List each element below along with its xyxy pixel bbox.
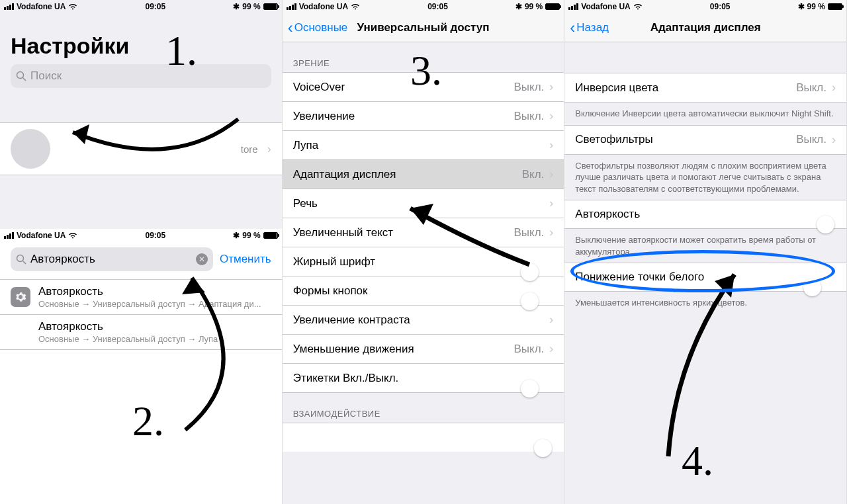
row-display-accommodations[interactable]: Адаптация дисплея Вкл. › [283, 160, 564, 189]
chevron-right-icon: › [549, 313, 553, 327]
chevron-right-icon: › [549, 109, 553, 123]
cancel-button[interactable]: Отменить [220, 253, 271, 266]
battery-icon [263, 232, 278, 239]
carrier-label: Vodafone UA [581, 2, 630, 11]
battery-pct: 99 % [242, 231, 260, 240]
chevron-left-icon: ‹ [570, 20, 575, 36]
chevron-right-icon: › [832, 81, 836, 95]
search-input[interactable] [30, 253, 196, 266]
search-icon [16, 254, 26, 265]
settings-home: Vodafone UA 09:05 ✱ 99 % Настройки [0, 0, 282, 229]
signal-icon [568, 3, 578, 10]
clock: 09:05 [146, 231, 166, 240]
chevron-right-icon: › [549, 342, 553, 356]
battery-pct: 99 % [525, 2, 543, 11]
navbar: ‹ Основные Универсальный доступ [283, 13, 564, 42]
row-larger-text[interactable]: Увеличенный текст Выкл. › [283, 218, 564, 247]
row-onoff-labels[interactable]: Этикетки Вкл./Выкл. [283, 364, 564, 393]
profile-tail: tore [60, 144, 258, 155]
row-invert-colors[interactable]: Инверсия цвета Выкл. › [564, 73, 846, 103]
back-button[interactable]: ‹ Назад [570, 13, 609, 42]
signal-icon [287, 3, 296, 10]
row-voiceover[interactable]: VoiceOver Выкл. › [283, 72, 564, 102]
battery-pct: 99 % [807, 2, 825, 11]
search-result[interactable]: Автояркость Основные → Универсальный дос… [0, 315, 282, 350]
row-reduce-white-point[interactable]: Понижение точки белого [564, 263, 846, 292]
footer-invert: Включение Инверсии цвета автоматически в… [564, 103, 846, 125]
back-button[interactable]: ‹ Основные [288, 13, 348, 42]
battery-icon [828, 3, 842, 10]
profile-row[interactable]: tore › [0, 122, 282, 175]
search-field-active[interactable]: ✕ [11, 247, 213, 271]
footer-filters: Светофильтры позволяют людям с плохим во… [564, 155, 846, 200]
chevron-right-icon: › [549, 80, 553, 94]
svg-point-2 [17, 255, 24, 262]
chevron-right-icon: › [549, 138, 553, 152]
row-reduce-motion[interactable]: Уменьшение движения Выкл. › [283, 335, 564, 364]
carrier-label: Vodafone UA [17, 231, 66, 240]
svg-line-3 [23, 261, 26, 265]
wifi-icon [68, 232, 77, 239]
panel-2: Vodafone UA 09:05 ✱ 99 % ‹ Основные Унив… [283, 0, 565, 504]
section-header-interaction: ВЗАИМОДЕЙСТВИЕ [283, 393, 564, 423]
row-color-filters[interactable]: Светофильтры Выкл. › [564, 125, 846, 155]
carrier-label: Vodafone UA [299, 2, 348, 11]
clock: 09:05 [427, 2, 448, 11]
navbar-title: Универсальный доступ [357, 21, 490, 34]
footer-white: Уменьшается интенсивность ярких цветов. [564, 292, 846, 314]
wifi-icon [351, 3, 360, 10]
svg-line-1 [23, 78, 26, 81]
chevron-right-icon: › [549, 196, 553, 210]
signal-icon [4, 232, 14, 239]
back-label: Назад [576, 21, 609, 34]
battery-pct: 99 % [242, 2, 260, 11]
result-path: Основные → Универсальный доступ → Лупа [38, 334, 218, 344]
status-bar: Vodafone UA 09:05 ✱ 99 % [564, 0, 846, 13]
status-bar: Vodafone UA 09:05 ✱ 99 % [0, 0, 282, 13]
search-icon [16, 71, 26, 81]
gear-icon [11, 287, 30, 307]
search-result[interactable]: Автояркость Основные → Универсальный дос… [0, 279, 282, 315]
bluetooth-icon: ✱ [233, 2, 240, 11]
result-title: Автояркость [38, 320, 218, 333]
search-field[interactable] [11, 64, 271, 88]
svg-point-0 [17, 72, 24, 79]
battery-icon [263, 3, 278, 10]
battery-icon [545, 3, 560, 10]
row-increase-contrast[interactable]: Увеличение контраста › [283, 306, 564, 335]
clock: 09:05 [710, 2, 731, 11]
row-magnifier[interactable]: Лупа › [283, 131, 564, 160]
row-zoom[interactable]: Увеличение Выкл. › [283, 102, 564, 131]
wifi-icon [68, 3, 77, 10]
avatar [11, 129, 50, 169]
chevron-right-icon: › [549, 226, 553, 239]
settings-search: Vodafone UA 09:05 ✱ 99 % ✕ Отменить [0, 229, 282, 504]
navbar: ‹ Назад Адаптация дисплея [564, 13, 846, 42]
carrier-label: Vodafone UA [17, 2, 66, 11]
row-auto-brightness[interactable]: Автояркость [564, 200, 846, 229]
row-interaction-first[interactable] [283, 423, 564, 452]
section-header-vision: ЗРЕНИЕ [283, 42, 564, 72]
row-button-shapes[interactable]: Формы кнопок [283, 276, 564, 306]
bluetooth-icon: ✱ [798, 2, 805, 11]
status-bar: Vodafone UA 09:05 ✱ 99 % [0, 229, 282, 242]
footer-auto: Выключение автояркости может сократить в… [564, 229, 846, 263]
page-title: Настройки [0, 13, 282, 64]
chevron-right-icon: › [832, 133, 836, 147]
chevron-left-icon: ‹ [288, 20, 293, 36]
panel-3: Vodafone UA 09:05 ✱ 99 % ‹ Назад Адаптац… [564, 0, 847, 504]
clear-icon[interactable]: ✕ [196, 253, 208, 265]
clock: 09:05 [146, 2, 166, 11]
chevron-right-icon: › [549, 167, 553, 181]
panel-1: Vodafone UA 09:05 ✱ 99 % Настройки [0, 0, 283, 504]
search-input[interactable] [30, 69, 266, 83]
back-label: Основные [294, 21, 348, 34]
signal-icon [4, 3, 14, 10]
bluetooth-icon: ✱ [233, 231, 240, 240]
result-title: Автояркость [38, 285, 261, 298]
row-speech[interactable]: Речь › [283, 189, 564, 218]
wifi-icon [633, 3, 643, 10]
status-bar: Vodafone UA 09:05 ✱ 99 % [283, 0, 564, 13]
navbar-title: Адаптация дисплея [650, 21, 761, 34]
row-bold-text[interactable]: Жирный шрифт [283, 247, 564, 276]
